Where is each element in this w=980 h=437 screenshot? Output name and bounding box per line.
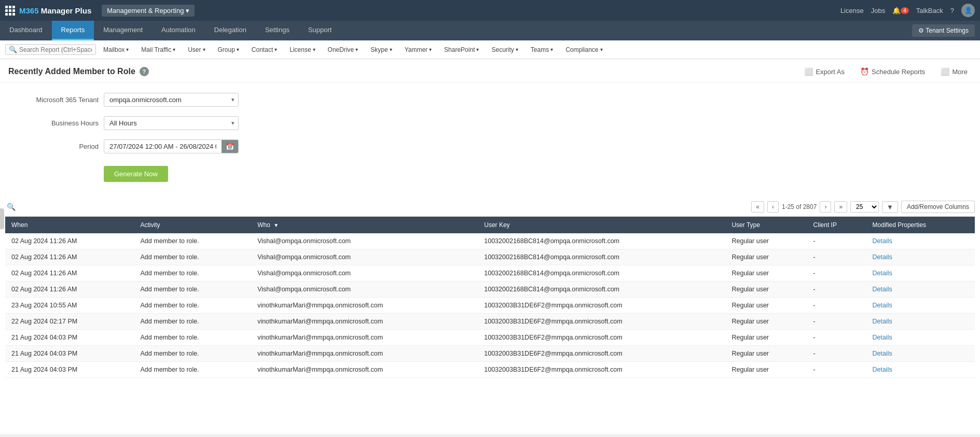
tab-management[interactable]: Management xyxy=(94,21,152,40)
tenant-row: Microsoft 365 Tenant ompqa.onmicrosoft.c… xyxy=(16,93,964,107)
tenant-select[interactable]: ompqa.onmicrosoft.com xyxy=(104,93,239,107)
cell-modified-properties[interactable]: Details xyxy=(866,346,975,362)
top-bar: M365 Manager Plus Management & Reporting… xyxy=(0,0,980,21)
cell-modified-properties[interactable]: Details xyxy=(866,233,975,249)
first-page-button[interactable]: « xyxy=(751,201,764,213)
help-icon[interactable]: ? xyxy=(140,67,149,76)
cell-user-type: Regular user xyxy=(725,330,807,346)
tab-reports[interactable]: Reports xyxy=(52,21,94,40)
tab-settings[interactable]: Settings xyxy=(256,21,299,40)
subnav-mailtraffic[interactable]: Mail Traffic ▾ xyxy=(136,40,181,59)
col-user-type: User Type xyxy=(725,217,807,233)
more-icon: ⬜ xyxy=(941,67,949,76)
cell-user-type: Regular user xyxy=(725,298,807,314)
table-row: 22 Aug 2024 02:17 PM Add member to role.… xyxy=(5,314,975,330)
cell-client-ip: - xyxy=(807,298,866,314)
chevron-down-icon: ▾ xyxy=(237,47,239,52)
notification-area[interactable]: 🔔4 xyxy=(892,7,909,15)
details-link[interactable]: Details xyxy=(873,350,892,357)
subnav-contact[interactable]: Contact ▾ xyxy=(246,40,282,59)
nav-dropdown[interactable]: Management & Reporting ▾ xyxy=(102,5,195,17)
cell-modified-properties[interactable]: Details xyxy=(866,249,975,265)
subnav-mailbox[interactable]: Mailbox ▾ xyxy=(98,40,134,59)
subnav-sharepoint[interactable]: SharePoint ▾ xyxy=(439,40,484,59)
prev-page-button[interactable]: ‹ xyxy=(767,201,779,213)
cell-when: 22 Aug 2024 02:17 PM xyxy=(5,314,134,330)
tab-bar: Dashboard Reports Management Automation … xyxy=(0,21,980,40)
col-who[interactable]: Who ▼ xyxy=(251,217,478,233)
filter-button[interactable]: ▼ xyxy=(882,201,898,213)
cell-client-ip: - xyxy=(807,265,866,281)
cell-modified-properties[interactable]: Details xyxy=(866,330,975,346)
chevron-down-icon: ▾ xyxy=(355,47,358,52)
sort-icon: ▼ xyxy=(273,222,279,228)
subnav-onedrive[interactable]: OneDrive ▾ xyxy=(323,40,364,59)
more-button[interactable]: ⬜ More xyxy=(936,65,972,78)
cell-who: vinothkumarMari@mmpqa.onmicrosoft.com xyxy=(251,298,478,314)
table-header-row: When Activity Who ▼ User Key User Type C… xyxy=(5,217,975,233)
details-link[interactable]: Details xyxy=(873,253,892,261)
cell-client-ip: - xyxy=(807,314,866,330)
subnav-teams[interactable]: Teams ▾ xyxy=(526,40,558,59)
tab-delegation[interactable]: Delegation xyxy=(205,21,256,40)
details-link[interactable]: Details xyxy=(873,270,892,277)
export-as-button[interactable]: ⬜ Export As xyxy=(800,65,849,78)
details-link[interactable]: Details xyxy=(873,334,892,341)
page-header: Recently Added Member to Role ? ⬜ Export… xyxy=(0,59,980,82)
schedule-reports-button[interactable]: ⏰ Schedule Reports xyxy=(856,65,929,78)
table-search-icon[interactable]: 🔍 xyxy=(5,201,17,213)
details-link[interactable]: Details xyxy=(873,318,892,325)
help-link[interactable]: ? xyxy=(950,7,954,15)
cell-modified-properties[interactable]: Details xyxy=(866,298,975,314)
business-hours-label: Business Hours xyxy=(16,119,99,127)
form-area: Microsoft 365 Tenant ompqa.onmicrosoft.c… xyxy=(0,82,980,192)
sidebar-toggle[interactable] xyxy=(0,208,4,229)
table-row: 02 Aug 2024 11:26 AM Add member to role.… xyxy=(5,265,975,281)
details-link[interactable]: Details xyxy=(873,366,892,373)
license-link[interactable]: License xyxy=(840,7,864,15)
cell-modified-properties[interactable]: Details xyxy=(866,362,975,378)
cell-modified-properties[interactable]: Details xyxy=(866,314,975,330)
avatar[interactable]: 👤 xyxy=(961,4,975,17)
tab-support[interactable]: Support xyxy=(299,21,341,40)
add-remove-columns-button[interactable]: Add/Remove Columns xyxy=(901,201,975,213)
subnav-group[interactable]: Group ▾ xyxy=(213,40,244,59)
cell-activity: Add member to role. xyxy=(134,249,252,265)
details-link[interactable]: Details xyxy=(873,302,892,309)
app-logo: M365 Manager Plus xyxy=(19,6,91,15)
last-page-button[interactable]: » xyxy=(834,201,847,213)
cell-user-type: Regular user xyxy=(725,362,807,378)
subnav-security[interactable]: Security ▾ xyxy=(486,40,523,59)
generate-btn-row: Generate Now xyxy=(16,163,964,182)
details-link[interactable]: Details xyxy=(873,286,892,293)
tab-automation[interactable]: Automation xyxy=(152,21,205,40)
logo-area: M365 Manager Plus xyxy=(5,6,91,16)
cell-user-key: 10032002168BC814@ompqa.onmicrosoft.com xyxy=(478,265,725,281)
cell-modified-properties[interactable]: Details xyxy=(866,265,975,281)
details-link[interactable]: Details xyxy=(873,237,892,245)
talkback-link[interactable]: TalkBack xyxy=(916,7,943,15)
per-page-select[interactable]: 25 50 100 xyxy=(850,201,879,213)
table-row: 02 Aug 2024 11:26 AM Add member to role.… xyxy=(5,233,975,249)
cell-when: 02 Aug 2024 11:26 AM xyxy=(5,281,134,298)
search-box[interactable]: 🔍 xyxy=(5,44,96,55)
subnav-yammer[interactable]: Yammer ▾ xyxy=(399,40,437,59)
cell-activity: Add member to role. xyxy=(134,281,252,298)
chevron-down-icon: ▾ xyxy=(274,47,277,52)
subnav-user[interactable]: User ▾ xyxy=(183,40,210,59)
generate-now-button[interactable]: Generate Now xyxy=(104,166,168,182)
calendar-icon-button[interactable]: 📅 xyxy=(222,140,238,153)
subnav-license[interactable]: License ▾ xyxy=(284,40,320,59)
business-hours-select[interactable]: All Hours xyxy=(104,116,239,130)
grid-icon[interactable] xyxy=(5,6,15,16)
next-page-button[interactable]: › xyxy=(820,201,831,213)
jobs-link[interactable]: Jobs xyxy=(871,7,885,15)
period-input[interactable] xyxy=(104,140,222,153)
tenant-settings-button[interactable]: ⚙ Tenant Settings xyxy=(912,24,975,37)
tab-dashboard[interactable]: Dashboard xyxy=(0,21,52,40)
cell-modified-properties[interactable]: Details xyxy=(866,281,975,298)
subnav-skype[interactable]: Skype ▾ xyxy=(365,40,397,59)
col-client-ip: Client IP xyxy=(807,217,866,233)
subnav-compliance[interactable]: Compliance ▾ xyxy=(560,40,608,59)
search-input[interactable] xyxy=(19,46,92,53)
